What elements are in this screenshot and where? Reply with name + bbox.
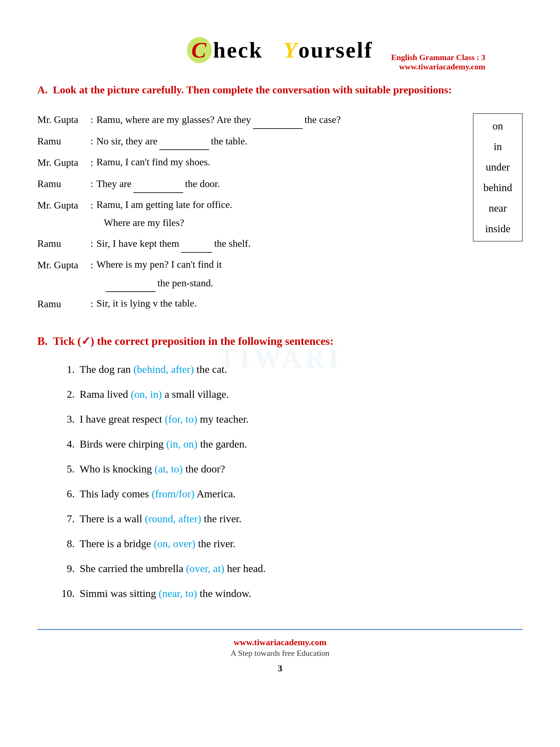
blank-1 (253, 110, 303, 129)
section-b-header: B. Tick (✓) the correct preposition in t… (37, 335, 523, 348)
speaker-5: Mr. Gupta (37, 196, 87, 215)
yourself-rest: ourself (298, 38, 373, 62)
list-item: 6. This lady comes (from/for) America. (56, 483, 523, 505)
prepositions-box: on in under behind near inside (473, 113, 523, 241)
footer-website: www.tiwariacademy.com (37, 638, 523, 647)
speaker-2: Ramu (37, 132, 87, 151)
prep-under: under (486, 161, 510, 173)
prep-on: on (492, 120, 503, 132)
list-item: 7. There is a wall (round, after) the ri… (56, 508, 523, 530)
yourself-y-letter: Y (284, 38, 298, 62)
list-item: 10. Simmi was sitting (near, to) the win… (56, 583, 523, 604)
prep-behind: behind (483, 182, 512, 194)
blank-4 (133, 174, 183, 193)
conv-row-6: Ramu : Sir, I have kept them the shelf. (37, 234, 460, 253)
section-a: A. Look at the picture carefully. Then c… (37, 82, 523, 316)
blank-2 (159, 132, 209, 150)
class-title: English Grammar Class : 3 (391, 53, 485, 62)
conv-row-4: Ramu : They are the door. (37, 174, 460, 193)
prep-inside: inside (485, 223, 510, 235)
conversation-lines: Mr. Gupta : Ramu, where are my glasses? … (37, 110, 460, 316)
conv-text-1: Ramu, where are my glasses? Are they the… (97, 110, 460, 129)
section-a-label: A. (37, 84, 53, 96)
section-b: B. Tick (✓) the correct preposition in t… (37, 335, 523, 604)
conv-text-7: Where is my pen? I can't find it the pen… (97, 256, 460, 292)
check-rest: heck (213, 38, 263, 62)
list-item: 3. I have great respect (for, to) my tea… (56, 409, 523, 430)
conv-text-2: No sir, they are the table. (97, 132, 460, 150)
highlight-2: (on, in) (131, 388, 162, 400)
blank-6 (181, 234, 212, 253)
highlight-10: (near, to) (159, 588, 197, 599)
list-item: 8. There is a bridge (on, over) the rive… (56, 533, 523, 554)
prep-in: in (494, 141, 502, 153)
speaker-1: Mr. Gupta (37, 110, 87, 129)
highlight-7: (round, after) (145, 513, 201, 524)
page-number: 3 (37, 663, 523, 673)
conv-row-3: Mr. Gupta : Ramu, I can't find my shoes. (37, 153, 460, 172)
speaker-3: Mr. Gupta (37, 153, 87, 172)
highlight-6: (from/for) (152, 488, 194, 499)
conv-text-4: They are the door. (97, 174, 460, 193)
top-header: English Grammar Class : 3 www.tiwariacad… (391, 53, 485, 72)
conv-text-6: Sir, I have kept them the shelf. (97, 234, 460, 253)
conversation-wrapper: Mr. Gupta : Ramu, where are my glasses? … (37, 110, 523, 316)
speaker-4: Ramu (37, 174, 87, 193)
conv-row-5: Mr. Gupta : Ramu, I am getting late for … (37, 196, 460, 232)
highlight-3: (for, to) (165, 413, 197, 425)
highlight-1: (behind, after) (133, 364, 194, 375)
section-a-question: A. Look at the picture carefully. Then c… (37, 82, 523, 98)
highlight-4: (in, on) (166, 438, 197, 450)
conv-row-1: Mr. Gupta : Ramu, where are my glasses? … (37, 110, 460, 129)
section-b-label: B. (37, 335, 53, 347)
prep-near: near (489, 202, 507, 214)
list-item: 9. She carried the umbrella (over, at) h… (56, 558, 523, 579)
footer-tagline: A Step towards free Education (37, 649, 523, 658)
header-website: www.tiwariacademy.com (391, 62, 485, 72)
highlight-9: (over, at) (186, 563, 224, 574)
conv-row-7: Mr. Gupta : Where is my pen? I can't fin… (37, 256, 460, 292)
list-item: 1. The dog ran (behind, after) the cat. (56, 359, 523, 380)
list-item: 4. Birds were chirping (in, on) the gard… (56, 434, 523, 455)
highlight-8: (on, over) (154, 538, 195, 549)
speaker-7: Mr. Gupta (37, 256, 87, 275)
conv-row-2: Ramu : No sir, they are the table. (37, 132, 460, 151)
list-item: 5. Who is knocking (at, to) the door? (56, 459, 523, 480)
speaker-8: Ramu (37, 294, 87, 313)
highlight-5: (at, to) (155, 463, 183, 475)
footer: www.tiwariacademy.com A Step towards fre… (37, 629, 523, 673)
speaker-6: Ramu (37, 234, 87, 253)
blank-7 (106, 274, 156, 292)
conv-row-8: Ramu : Sir, it is lying v the table. (37, 294, 460, 313)
section-b-list: 1. The dog ran (behind, after) the cat. … (37, 359, 523, 604)
conv-text-8: Sir, it is lying v the table. (97, 294, 460, 312)
list-item: 2. Rama lived (on, in) a small village. (56, 384, 523, 405)
conv-text-3: Ramu, I can't find my shoes. (97, 153, 460, 171)
check-c-letter: C (187, 37, 212, 63)
conv-text-5: Ramu, I am getting late for office. Wher… (97, 196, 460, 232)
